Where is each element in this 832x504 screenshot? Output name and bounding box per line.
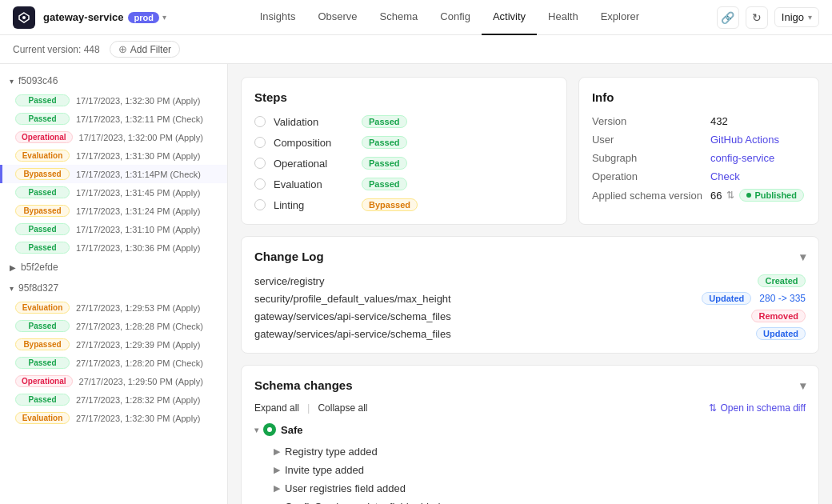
operational-badge: Operational	[15, 131, 73, 143]
schema-changes-title: Schema changes	[254, 378, 353, 392]
info-val-link[interactable]: config-service	[710, 152, 774, 164]
schema-item[interactable]: ▶ Registry type added	[254, 442, 806, 461]
changelog-card: Change Log ▾ service/registry Created se…	[241, 236, 819, 354]
step-circle	[254, 137, 266, 148]
info-row-user: User GitHub Actions	[592, 134, 806, 146]
entry-row[interactable]: Passed 27/17/2023, 1:28:28 PM (Check)	[0, 317, 227, 335]
info-val-link[interactable]: Check	[710, 170, 740, 182]
info-card-header: Info	[592, 90, 806, 104]
entry-row[interactable]: Evaluation 17/17/2023, 1:31:30 PM (Apply…	[0, 146, 227, 165]
schema-item[interactable]: ▶ User registries field added	[254, 479, 806, 498]
nav-link-observe[interactable]: Observe	[306, 0, 368, 35]
entry-row[interactable]: Passed 27/17/2023, 1:28:32 PM (Apply)	[0, 390, 227, 409]
entry-row[interactable]: Bypassed 27/17/2023, 1:29:39 PM (Apply)	[0, 335, 227, 354]
changelog-row-max-height: security/profile_default_values/max_heig…	[254, 292, 806, 305]
schema-changes-expand-icon[interactable]: ▾	[800, 379, 806, 392]
user-menu-btn[interactable]: Inigo ▾	[774, 7, 819, 27]
nav-link-schema[interactable]: Schema	[369, 0, 430, 35]
cl-badge-created: Created	[758, 274, 806, 287]
nav-link-explorer[interactable]: Explorer	[590, 0, 650, 35]
group-f5093c46-header[interactable]: ▾ f5093c46	[0, 70, 227, 91]
safe-header[interactable]: ▾ Safe	[254, 423, 806, 436]
info-val-link[interactable]: GitHub Actions	[710, 134, 779, 146]
topnav-actions: 🔗 ↻ Inigo ▾	[717, 6, 819, 29]
entry-row[interactable]: Passed 27/17/2023, 1:28:20 PM (Check)	[0, 354, 227, 372]
step-label: Composition	[274, 137, 354, 149]
schema-item-label: User registries field added	[285, 482, 406, 494]
steps-card: Steps Validation Passed Composition Pass…	[241, 77, 567, 225]
nav-link-insights[interactable]: Insights	[249, 0, 307, 35]
step-label: Operational	[274, 158, 354, 170]
entry-row[interactable]: Passed 17/17/2023, 1:32:30 PM (Apply)	[0, 91, 227, 110]
nav-link-health[interactable]: Health	[537, 0, 590, 35]
step-badge: Passed	[362, 157, 407, 170]
refresh-icon-btn[interactable]: ↻	[746, 6, 768, 29]
schema-changes-header: Schema changes ▾	[254, 378, 806, 392]
entry-row[interactable]: Passed 17/17/2023, 1:31:45 PM (Apply)	[0, 183, 227, 202]
info-row-subgraph: Subgraph config-service	[592, 152, 806, 164]
changelog-row-schema-removed: gateway/services/api-service/schema_file…	[254, 310, 806, 322]
schema-item-label: ConfigService.registry field added	[285, 501, 440, 504]
safe-label: Safe	[281, 424, 302, 436]
collapse-all-btn[interactable]: Collapse all	[318, 402, 367, 414]
entry-row[interactable]: Passed 17/17/2023, 1:32:11 PM (Check)	[0, 110, 227, 128]
nav-link-activity[interactable]: Activity	[482, 0, 537, 35]
entry-row[interactable]: Passed 17/17/2023, 1:30:36 PM (Apply)	[0, 238, 227, 257]
entry-row[interactable]: Operational 27/17/2023, 1:29:50 PM (Appl…	[0, 372, 227, 390]
info-key: User	[592, 134, 704, 146]
nav-link-config[interactable]: Config	[429, 0, 482, 35]
service-name: gateway-service	[43, 11, 123, 23]
step-circle	[254, 116, 266, 127]
add-filter-btn[interactable]: ⊕ Add Filter	[110, 41, 180, 58]
step-label: Evaluation	[274, 178, 354, 190]
info-key: Subgraph	[592, 152, 704, 164]
group-id: b5f2efde	[21, 262, 58, 273]
evaluation-badge: Evaluation	[15, 302, 70, 314]
schema-actions-row: Expand all | Collapse all ⇅ Open in sche…	[254, 402, 806, 414]
entry-row[interactable]: Passed 17/17/2023, 1:31:10 PM (Apply)	[0, 220, 227, 238]
entry-row[interactable]: Evaluation 27/17/2023, 1:29:53 PM (Apply…	[0, 298, 227, 317]
changelog-expand-icon[interactable]: ▾	[800, 250, 806, 263]
user-label: Inigo	[782, 11, 804, 23]
action-divider: |	[307, 402, 310, 414]
bypassed-badge: Bypassed	[15, 168, 70, 180]
link-icon-btn[interactable]: 🔗	[717, 6, 739, 29]
changelog-path: service/registry	[254, 275, 750, 287]
chevron-down-icon: ▾	[254, 426, 258, 434]
entry-time: 27/17/2023, 1:29:53 PM (Apply)	[76, 303, 200, 313]
chevron-down-icon[interactable]: ▾	[162, 13, 166, 22]
safe-dot-inner	[267, 427, 272, 432]
changelog-path: gateway/services/api-service/schema_file…	[254, 310, 743, 322]
entry-time: 17/17/2023, 1:32:11 PM (Check)	[76, 114, 203, 124]
info-val: 432	[710, 115, 728, 127]
schema-item[interactable]: ▶ ConfigService.registry field added	[254, 498, 806, 504]
passed-badge: Passed	[15, 357, 70, 369]
changelog-path: security/profile_default_values/max_heig…	[254, 293, 694, 305]
entry-row-selected[interactable]: Bypassed 17/17/2023, 1:31:14PM (Check)	[0, 165, 227, 183]
evaluation-badge: Evaluation	[15, 412, 70, 424]
step-composition: Composition Passed	[254, 136, 554, 149]
entry-time: 27/17/2023, 1:32:30 PM (Apply)	[76, 414, 200, 423]
entry-row[interactable]: Evaluation 27/17/2023, 1:32:30 PM (Apply…	[0, 409, 227, 427]
passed-badge: Passed	[15, 394, 70, 406]
step-linting: Linting Bypassed	[254, 198, 554, 211]
entry-time: 17/17/2023, 1:31:14PM (Check)	[76, 170, 201, 179]
group-95f8d327-header[interactable]: ▾ 95f8d327	[0, 278, 227, 298]
group-b5f2efde-header[interactable]: ▶ b5f2efde	[0, 257, 227, 278]
evaluation-badge: Evaluation	[15, 150, 70, 162]
open-diff-btn[interactable]: ⇅ Open in schema diff	[709, 402, 806, 414]
schema-item[interactable]: ▶ Invite type added	[254, 461, 806, 479]
steps-list: Validation Passed Composition Passed Ope…	[254, 115, 554, 211]
info-card: Info Version 432 User GitHub Actions Sub…	[578, 77, 819, 225]
safe-dot	[263, 423, 276, 436]
topnav: gateway-service prod ▾ Insights Observe …	[0, 0, 832, 35]
step-label: Linting	[274, 199, 354, 211]
expand-all-btn[interactable]: Expand all	[254, 402, 299, 414]
passed-badge: Passed	[15, 223, 70, 235]
schema-diff-icon[interactable]: ⇅	[726, 190, 734, 201]
entry-row[interactable]: Operational 17/17/2023, 1:32:00 PM (Appl…	[0, 128, 227, 146]
nav-links: Insights Observe Schema Config Activity …	[182, 0, 717, 35]
passed-badge: Passed	[15, 94, 70, 106]
entry-row[interactable]: Bypassed 17/17/2023, 1:31:24 PM (Apply)	[0, 202, 227, 220]
changelog-row-schema-updated: gateway/services/api-service/schema_file…	[254, 327, 806, 340]
